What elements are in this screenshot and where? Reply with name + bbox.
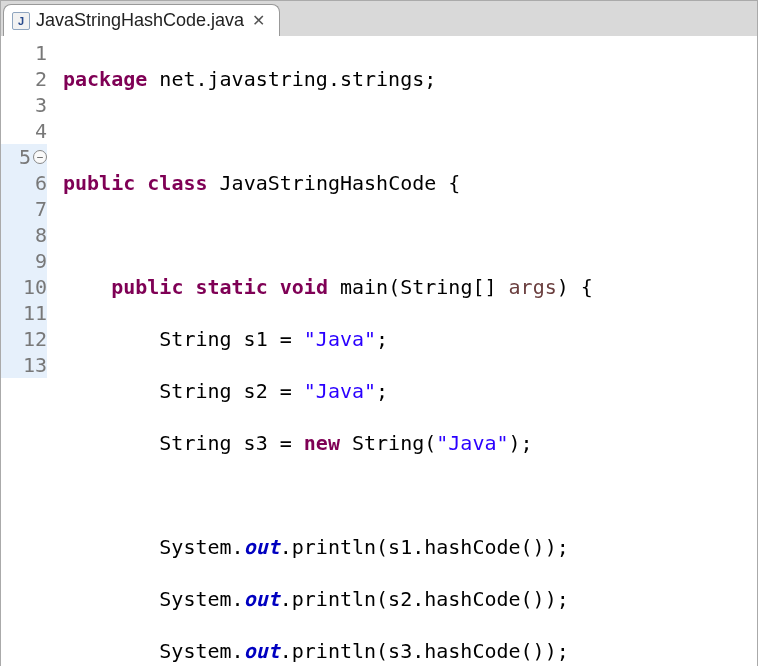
editor-area: J JavaStringHashCode.java ✕ 1 2 3 4 5− 6…: [0, 0, 758, 666]
code-text[interactable]: package net.javastring.strings; public c…: [55, 36, 593, 666]
line-number: 2: [17, 66, 47, 92]
fold-collapse-icon[interactable]: −: [33, 150, 47, 164]
line-number: 13: [17, 352, 47, 378]
line-number: 8: [17, 222, 47, 248]
line-number: 6: [17, 170, 47, 196]
line-number: 7: [17, 196, 47, 222]
line-number: 9: [17, 248, 47, 274]
close-icon[interactable]: ✕: [250, 11, 267, 30]
java-file-icon: J: [12, 12, 30, 30]
tab-filename: JavaStringHashCode.java: [36, 10, 244, 31]
code-editor[interactable]: 1 2 3 4 5− 6 7 8 9 10 11 12 13 package n…: [1, 36, 757, 666]
line-number: 12: [17, 326, 47, 352]
editor-tab[interactable]: J JavaStringHashCode.java ✕: [3, 4, 280, 36]
editor-tab-bar: J JavaStringHashCode.java ✕: [1, 0, 757, 36]
line-number: 4: [17, 118, 47, 144]
line-number: 1: [17, 40, 47, 66]
line-gutter: 1 2 3 4 5− 6 7 8 9 10 11 12 13: [1, 36, 55, 666]
line-number: 10: [17, 274, 47, 300]
line-number: 5: [1, 144, 31, 170]
line-number: 11: [17, 300, 47, 326]
line-number: 3: [17, 92, 47, 118]
